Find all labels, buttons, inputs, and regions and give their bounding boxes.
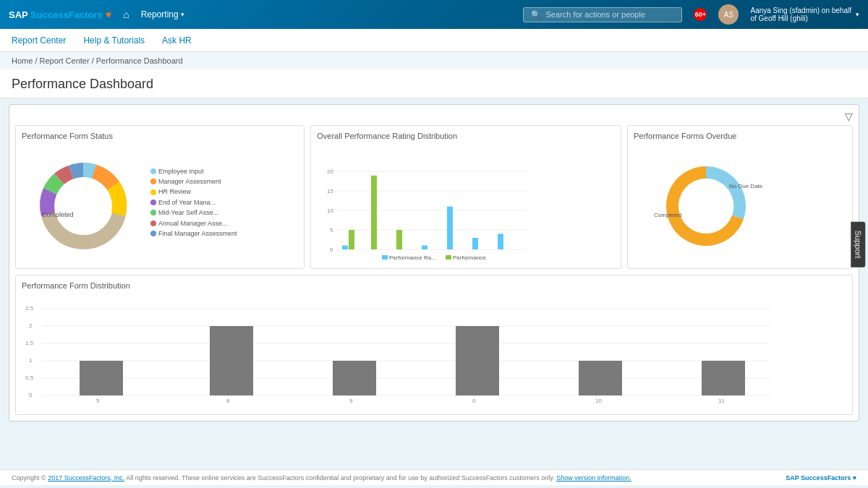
form-status-title: Performance Form Status [22, 132, 298, 140]
forms-overdue-panel: Performance Forms Overdue Completed No D… [627, 125, 853, 269]
form-dist-panel: Performance Form Distribution 0 0.5 1 1.… [15, 275, 853, 415]
dashboard-container: ▽ Performance Form Status [9, 104, 859, 421]
nav-help-tutorials[interactable]: Help & Tutorials [83, 30, 145, 51]
brand-logo[interactable]: SAP SuccessFactors ♥ [9, 9, 111, 20]
footer-link[interactable]: 2017 SuccessFactors, Inc. [48, 474, 124, 481]
svg-rect-18 [472, 238, 478, 249]
footer-copyright: Copyright © 2017 SuccessFactors, Inc. Al… [12, 474, 631, 481]
svg-text:20: 20 [327, 168, 333, 175]
svg-text:11: 11 [718, 398, 725, 404]
search-icon: 🔍 [531, 10, 541, 20]
top-navigation: SAP SuccessFactors ♥ ⌂ Reporting ▾ 🔍 60+… [0, 0, 868, 29]
notification-badge[interactable]: 60+ [694, 8, 707, 21]
donut-area: Completed Employee Input Manager Assessm… [22, 145, 298, 260]
forms-overdue-chart: Completed No Due Date [634, 145, 778, 260]
form-status-legend: Employee Input Manager Assessment HR Rev… [150, 166, 237, 239]
rating-dist-title: Overall Performance Rating Distribution [317, 132, 615, 140]
svg-rect-14 [371, 176, 377, 249]
svg-text:Performance: Performance [453, 254, 486, 260]
svg-text:Completed: Completed [42, 211, 74, 218]
svg-rect-47 [579, 361, 622, 395]
chevron-down-icon: ▾ [181, 11, 184, 18]
svg-text:2: 2 [29, 322, 33, 329]
brand-name: SAP SuccessFactors [9, 9, 103, 20]
svg-text:5: 5 [96, 398, 100, 404]
form-dist-chart: 0 0.5 1 1.5 2 2.5 5 8 [22, 294, 774, 406]
svg-rect-16 [422, 246, 427, 249]
form-status-panel: Performance Form Status [15, 125, 305, 269]
user-name: Aanya Sing (sfadmin) on behalf [750, 7, 851, 14]
reporting-menu[interactable]: Reporting ▾ [141, 9, 184, 20]
nav-ask-hr[interactable]: Ask HR [162, 30, 192, 51]
show-version-link[interactable]: Show version information. [556, 474, 631, 481]
svg-text:No Due Date: No Due Date [729, 183, 763, 189]
svg-text:0: 0 [29, 392, 33, 398]
search-input[interactable] [545, 10, 674, 19]
breadcrumb: Home / Report Center / Performance Dashb… [0, 52, 868, 69]
page-title-bar: Performance Dashboard [0, 69, 868, 98]
svg-rect-13 [349, 230, 354, 249]
svg-text:15: 15 [327, 188, 333, 194]
form-status-chart: Completed [22, 145, 145, 260]
forms-overdue-title: Performance Forms Overdue [634, 132, 846, 140]
footer-brand: SAP SuccessFactors ♥ [786, 474, 856, 481]
page-title: Performance Dashboard [12, 77, 856, 92]
svg-text:10: 10 [595, 398, 602, 404]
svg-text:0: 0 [472, 398, 476, 404]
svg-rect-22 [446, 255, 451, 260]
rating-dist-chart: 0 5 10 15 20 [317, 145, 534, 260]
svg-rect-49 [702, 361, 745, 395]
breadcrumb-current: Performance Dashboard [96, 56, 183, 65]
svg-text:2.5: 2.5 [25, 305, 34, 312]
top-charts-row: Performance Form Status [15, 125, 853, 269]
breadcrumb-report-center[interactable]: Report Center [40, 56, 90, 65]
svg-point-0 [54, 177, 112, 235]
avatar: AS [718, 4, 739, 25]
svg-rect-45 [456, 326, 499, 395]
svg-rect-41 [210, 326, 253, 395]
user-menu-chevron: ▾ [856, 11, 859, 18]
footer: Copyright © 2017 SuccessFactors, Inc. Al… [0, 469, 868, 485]
svg-text:5: 5 [330, 227, 333, 234]
svg-text:Completed: Completed [654, 212, 682, 218]
svg-text:0.5: 0.5 [25, 374, 34, 381]
svg-text:1.5: 1.5 [25, 340, 34, 346]
svg-rect-43 [333, 361, 376, 395]
svg-text:1: 1 [29, 357, 33, 364]
nav-report-center[interactable]: Report Center [12, 30, 66, 51]
filter-row: ▽ [15, 111, 853, 122]
form-dist-title: Performance Form Distribution [22, 281, 846, 290]
svg-text:10: 10 [327, 207, 333, 214]
support-tab[interactable]: Support [851, 221, 866, 267]
user-sub: of Geoff Hill (ghili) [750, 14, 851, 22]
secondary-navigation: Report Center Help & Tutorials Ask HR [0, 29, 868, 52]
svg-point-24 [678, 179, 733, 234]
svg-rect-12 [342, 246, 348, 249]
svg-rect-20 [382, 255, 388, 260]
svg-text:8: 8 [226, 398, 230, 404]
filter-icon[interactable]: ▽ [845, 111, 853, 122]
search-bar[interactable]: 🔍 [523, 7, 682, 22]
home-icon[interactable]: ⌂ [123, 9, 129, 20]
breadcrumb-home[interactable]: Home [12, 56, 33, 65]
main-content: ▽ Performance Form Status [0, 98, 868, 469]
rating-dist-panel: Overall Performance Rating Distribution … [310, 125, 621, 269]
svg-text:9: 9 [349, 398, 353, 404]
svg-rect-17 [447, 207, 453, 249]
svg-text:0: 0 [330, 247, 333, 253]
svg-text:Performance Ra...: Performance Ra... [389, 254, 436, 260]
svg-rect-15 [396, 230, 402, 249]
heart-icon: ♥ [106, 9, 111, 20]
svg-rect-39 [80, 361, 123, 395]
user-info[interactable]: Aanya Sing (sfadmin) on behalf of Geoff … [750, 7, 859, 22]
svg-rect-19 [498, 234, 503, 249]
